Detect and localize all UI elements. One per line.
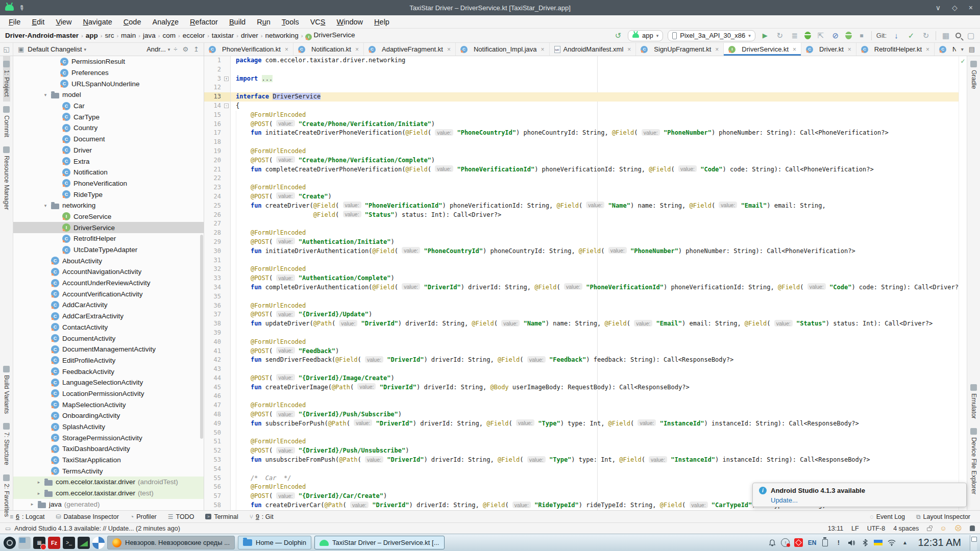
virtual-desktop-pager[interactable] [18, 537, 31, 549]
editor-options-icon[interactable]: ▤ [969, 45, 975, 53]
tree-expand-arrow-icon[interactable]: ▾ [43, 203, 48, 208]
filter-icon[interactable]: ÷ [172, 45, 179, 53]
apply-code-changes-button[interactable]: ≣ [790, 31, 800, 40]
tree-expand-arrow-icon[interactable]: ▾ [43, 92, 48, 97]
tree-item-taxistarapplication[interactable]: CTaxiStarApplication [13, 455, 204, 466]
tree-item-addcarextraactivity[interactable]: CAddCarExtraActivity [13, 311, 204, 322]
stripe-item-commit[interactable]: Commit [3, 102, 10, 142]
ukraine-flag-icon[interactable] [874, 540, 883, 545]
breadcrumb-item[interactable]: main [120, 32, 137, 39]
hidden-tabs-chevron-icon[interactable]: ▾ [961, 46, 964, 52]
editor-tab[interactable]: CNotification_Impl.java× [456, 43, 550, 56]
breadcrumb-item[interactable]: app [85, 32, 99, 39]
toolwindow-button-todo[interactable]: ☰TODO [162, 513, 200, 520]
stripe-item-build-variants[interactable]: Build Variants [3, 361, 10, 418]
menu-code[interactable]: Code [118, 18, 147, 26]
tree-item-accountunderreviewactivity[interactable]: CAccountUnderReviewActivity [13, 278, 204, 289]
tree-item-onboardingactivity[interactable]: COnboardingActivity [13, 410, 204, 421]
close-tab-icon[interactable]: × [627, 46, 631, 53]
stripe-item-resource-manager[interactable]: Resource Manager [3, 142, 10, 214]
editor-tab[interactable]: CRetrofitHelper.kt× [856, 43, 935, 56]
git-commit-button[interactable]: ✓ [906, 31, 916, 40]
tree-item-aboutactivity[interactable]: CAboutActivity [13, 255, 204, 266]
profile-button[interactable]: ⊘ [830, 31, 841, 40]
show-desktop-button[interactable] [970, 535, 977, 550]
discover-updates-icon[interactable] [794, 538, 803, 547]
apply-changes-button[interactable]: ↻ [775, 31, 785, 40]
breadcrumb-item[interactable]: eccelor [182, 32, 206, 39]
menu-navigate[interactable]: Navigate [78, 18, 118, 26]
close-tab-icon[interactable]: × [447, 46, 451, 53]
menu-refactor[interactable]: Refactor [184, 18, 224, 26]
tree-item-car[interactable]: CCar [13, 101, 204, 112]
taskbar-task[interactable]: Невзоров. Невзоровские среды ... [107, 536, 235, 549]
fold-toggle-icon[interactable]: + [224, 77, 229, 81]
toolwindow-button-9-git[interactable]: ⑂9: Git [244, 513, 279, 520]
tree-item-phoneverification[interactable]: CPhoneVerification [13, 178, 204, 189]
menu-analyze[interactable]: Analyze [147, 18, 185, 26]
run-button[interactable]: ▶ [760, 32, 770, 39]
close-tab-icon[interactable]: × [541, 46, 545, 53]
tree-item-accountverificationactivity[interactable]: CAccountVerificationActivity [13, 288, 204, 299]
breadcrumb-item[interactable]: IDriverService [304, 31, 356, 40]
wifi-icon[interactable] [887, 538, 896, 547]
minimize-button[interactable]: ∨ [936, 4, 941, 12]
tree-item-splashactivity[interactable]: CSplashActivity [13, 421, 204, 433]
konsole-icon[interactable]: >_ [63, 537, 75, 549]
bluetooth-icon[interactable] [861, 538, 869, 547]
stripe-item-7-structure[interactable]: 7: Structure [3, 418, 10, 470]
close-tab-icon[interactable]: × [285, 46, 288, 53]
tree-item-urlspannounderline[interactable]: CURLSpanNoUnderline [13, 78, 204, 89]
breadcrumb-item[interactable]: networking [264, 32, 299, 39]
menu-run[interactable]: Run [251, 18, 276, 26]
updates-icon[interactable]: ↑ [781, 538, 790, 547]
git-update-button[interactable]: ↓ [891, 31, 901, 40]
editor-tab[interactable]: CSignUpFragment.kt× [636, 43, 724, 56]
tree-item-addcaractivity[interactable]: CAddCarActivity [13, 299, 204, 311]
breadcrumb-item[interactable]: src [104, 32, 115, 39]
tree-item-model[interactable]: ▾model [13, 89, 204, 101]
keyboard-layout-indicator[interactable]: EN [807, 538, 816, 547]
editor-tab[interactable]: CNotification.kt× [293, 43, 364, 56]
gradle-sync-icon[interactable]: ↺ [613, 31, 623, 40]
menu-window[interactable]: Window [331, 18, 369, 26]
caret-position[interactable]: 13:11 [828, 525, 843, 532]
close-tab-icon[interactable]: × [926, 46, 929, 53]
device-selector[interactable]: Pixel_3a_API_30_x86 ▾ [668, 30, 755, 41]
breadcrumb-item[interactable]: driver [240, 32, 259, 39]
search-everywhere-icon[interactable] [955, 33, 961, 38]
close-tab-icon[interactable]: × [793, 46, 796, 53]
tree-expand-arrow-icon[interactable]: ▸ [36, 480, 41, 485]
gear-icon[interactable]: ⚙ [181, 45, 190, 53]
tree-item-termsactivity[interactable]: CTermsActivity [13, 465, 204, 477]
gradle-daemon-icon[interactable] [970, 525, 975, 531]
editor-tab[interactable]: MFAndroidManifest.xml× [550, 43, 636, 56]
system-monitor-icon[interactable] [78, 537, 90, 549]
editor-tab[interactable]: CAdaptiveFragment.kt× [364, 43, 456, 56]
tree-item-utcdatetypeadapter[interactable]: CUtcDateTypeAdapter [13, 244, 204, 256]
menu-tools[interactable]: Tools [276, 18, 305, 26]
line-ending-indicator[interactable]: LF [851, 525, 859, 532]
sad-face-icon[interactable]: ☹ [954, 524, 962, 532]
volume-icon[interactable] [847, 538, 856, 547]
close-tab-icon[interactable]: × [715, 46, 719, 53]
readonly-lock-icon[interactable] [927, 528, 932, 531]
happy-face-icon[interactable]: ☺ [940, 524, 946, 532]
editor-code-area[interactable]: package com.eccelor.taxistar.driver.netw… [231, 56, 959, 510]
taskbar-task[interactable]: TaxiStar Driver – DriverService.kt [... [314, 536, 445, 549]
debug-button[interactable] [804, 32, 811, 39]
toolwindow-button-terminal[interactable]: >Terminal [200, 513, 243, 520]
stripe-item-gradle[interactable]: Gradle [970, 56, 977, 94]
breadcrumb-item[interactable]: java [142, 32, 157, 39]
editor-tab[interactable]: IDriverService.kt× [724, 43, 801, 56]
tree-item-contactactivity[interactable]: CContactActivity [13, 322, 204, 333]
menu-help[interactable]: Help [369, 18, 395, 26]
code-editor[interactable]: 123+121314−15161718192021222324252627282… [204, 56, 967, 510]
toolwindow-button-6-logcat[interactable]: ≡6: Logcat [4, 513, 50, 520]
tree-item-notification[interactable]: CNotification [13, 167, 204, 178]
filezilla-icon[interactable]: Fz [48, 537, 60, 549]
stripe-item-2-favorites[interactable]: 2: Favorites [3, 470, 10, 521]
status-message[interactable]: Android Studio 4.1.3 available: // Updat… [14, 525, 180, 532]
close-tab-icon[interactable]: × [848, 46, 851, 53]
encoding-indicator[interactable]: UTF-8 [867, 525, 885, 532]
